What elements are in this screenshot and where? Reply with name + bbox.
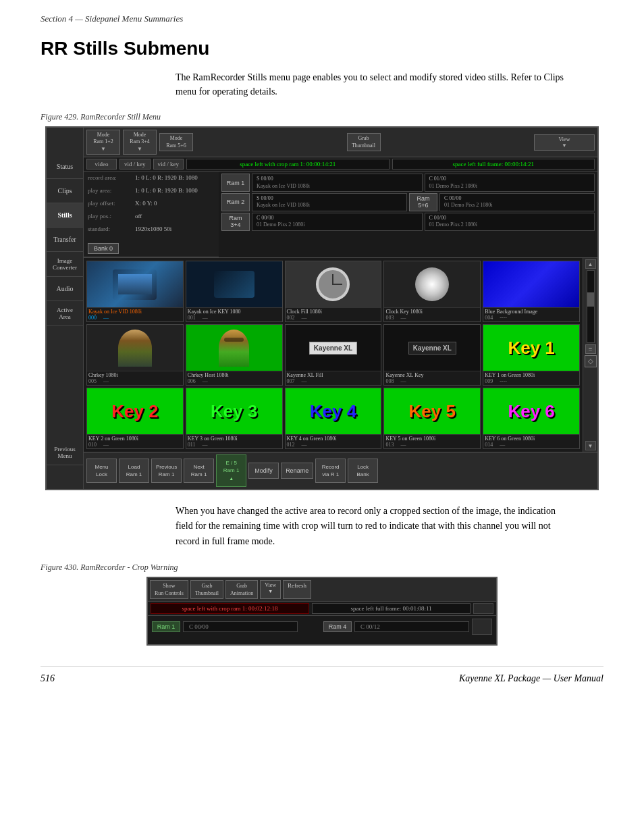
right-controls: ▲ ≡ ◇ ▼	[583, 258, 597, 452]
lock-bank-btn[interactable]: LockBank	[348, 459, 378, 483]
thumb-014[interactable]: Key 6 KEY 6 on Green 1080i 014 —	[483, 388, 580, 449]
bank0-btn[interactable]: Bank 0	[88, 243, 119, 254]
sidebar-item-clips[interactable]: Clips	[47, 179, 83, 203]
menu-lock-btn[interactable]: MenuLock	[86, 459, 117, 483]
section-header: Section 4 — Sidepanel Menu Summaries	[41, 14, 603, 24]
f2-grab-animation-btn[interactable]: GrabAnimation	[225, 580, 258, 599]
thumb-002[interactable]: Clock Fill 1080i 002 —	[285, 261, 382, 322]
thumb-000[interactable]: Kayak on Ice VID 1080i 000 —	[86, 261, 184, 322]
thumbnails-section: Kayak on Ice VID 1080i 000 — Kayak on Ic…	[84, 258, 583, 452]
next-ram1-btn[interactable]: NextRam 1	[184, 459, 214, 483]
f2-ram-row: Ram 1 C 00/00 Ram 4 C 00/12	[148, 616, 496, 637]
thumb-001[interactable]: Kayak on Ice KEY 1080 001 —	[186, 261, 283, 322]
figure2-caption: Figure 430. RamRecorder - Crop Warning	[41, 563, 603, 573]
ram-slots-panel: Ram 1 S 00/00Kayak on Ice VID 1080i C 01…	[219, 172, 597, 257]
bottom-toolbar: MenuLock LoadRam 1 PreviousRam 1 NextRam…	[84, 452, 597, 489]
ram1-btn[interactable]: Ram 1	[221, 174, 250, 192]
f2-status-normal: space left full frame: 00:01:08:11	[312, 603, 471, 614]
sidebar-item-audio[interactable]: Audio	[47, 277, 83, 301]
mode-ram56-btn[interactable]: ModeRam 5+6	[159, 133, 193, 151]
thumb-008[interactable]: Kayenne XL Kayenne XL Key 008 —	[383, 324, 481, 386]
thumb-009[interactable]: Key 1 KEY 1 on Green 1080i 009 ----	[483, 324, 580, 386]
f2-status-red: space left with crop ram 1: 00:02:12:18	[151, 603, 309, 614]
ram1-row: Ram 1 S 00/00Kayak on Ice VID 1080i C 01…	[221, 174, 595, 192]
ram34-slot-c1: C 00/0001 Demo Pixs 2 1080i	[252, 213, 423, 231]
thumb-013[interactable]: Key 5 KEY 5 on Green 1080i 013 —	[383, 388, 481, 449]
mode-ram12-btn[interactable]: ModeRam 1+2▼	[86, 130, 120, 155]
warning-text: When you have changed the active area to…	[176, 504, 567, 549]
ram1-slot-c: C 01/0001 Demo Pixs 2 1080i	[425, 174, 595, 192]
scroll-up-btn[interactable]: ▲	[585, 259, 596, 269]
video-btn[interactable]: video	[86, 159, 117, 170]
ram34-row: Ram 3+4 C 00/0001 Demo Pixs 2 1080i C 00…	[221, 213, 595, 231]
thumb-006[interactable]: Chrkey Host 1080i 006 —	[186, 324, 283, 386]
f2-ram1-slot: C 00/00	[183, 621, 298, 632]
thumb-003[interactable]: Clock Key 1080i 003 —	[383, 261, 481, 322]
vid-key-btn2[interactable]: vid / key	[153, 159, 184, 170]
ram2-btn[interactable]: Ram 2	[221, 193, 250, 211]
ram2-row: Ram 2 S 00/00Kayak on Ice VID 1080i Ram …	[221, 193, 595, 211]
status-info-full: space left full frame: 00:00:14:21	[392, 159, 595, 170]
main-content-area: ModeRam 1+2▼ ModeRam 3+4▼ ModeRam 5+6 Gr…	[84, 128, 597, 489]
f2-ram4-slot: C 00/12	[354, 621, 469, 632]
figure1-panel: Status Clips Stills Transfer ImageConver…	[45, 126, 599, 490]
modify-btn[interactable]: Modify	[248, 463, 279, 479]
info-ram-panel: record area: 1: 0 L: 0 R: 1920 B: 1080 p…	[84, 172, 597, 258]
scroll-down-btn[interactable]: ▼	[585, 441, 596, 450]
thumb-012[interactable]: Key 4 KEY 4 on Green 1080i 012 —	[285, 388, 382, 449]
thumb-010[interactable]: Key 2 KEY 2 on Green 1080i 010 —	[86, 388, 184, 449]
f2-show-run-controls-btn[interactable]: ShowRun Controls	[150, 580, 188, 599]
mode-ram34-btn[interactable]: ModeRam 3+4▼	[123, 130, 157, 155]
f2-toolbar: ShowRun Controls GrabThumbnail GrabAnima…	[148, 578, 496, 602]
ram1-slot-s: S 00/00Kayak on Ice VID 1080i	[252, 174, 423, 192]
info-play-pos: play pos.: off	[88, 213, 215, 219]
footer-brand: Kayenne XL Package — User Manual	[459, 673, 603, 684]
status-info-crop: space left with crop ram 1: 00:00:14:21	[186, 159, 390, 170]
scroll-thumb	[587, 292, 594, 307]
info-play-offset: play offset: X: 0 Y: 0	[88, 200, 215, 207]
page-title: RR Stills Submenu	[41, 38, 603, 59]
load-ram1-btn[interactable]: LoadRam 1	[119, 459, 149, 483]
thumbnails-wrapper: Kayak on Ice VID 1080i 000 — Kayak on Ic…	[84, 258, 597, 452]
sidebar-item-active-area[interactable]: ActiveArea	[47, 301, 83, 326]
f2-ram1-btn[interactable]: Ram 1	[152, 621, 180, 632]
f2-grab-thumbnail-btn[interactable]: GrabThumbnail	[190, 580, 223, 599]
f2-view-btn[interactable]: View▼	[260, 580, 281, 599]
info-record-area: record area: 1: 0 L: 0 R: 1920 B: 1080	[88, 174, 215, 181]
record-via-r1-btn[interactable]: Recordvia R 1	[315, 459, 346, 483]
scroll-track[interactable]	[587, 270, 595, 343]
page-number: 516	[41, 673, 55, 684]
ram34-btn[interactable]: Ram 3+4	[221, 213, 250, 231]
ram2-slot-s: S 00/00Kayak on Ice VID 1080i	[252, 193, 407, 211]
info-standard: standard: 1920x1080 50i	[88, 226, 215, 232]
eq-btn[interactable]: ≡	[585, 344, 596, 354]
description: The RamRecorder Stills menu page enables…	[176, 70, 567, 99]
diamond-btn[interactable]: ◇	[585, 355, 597, 367]
sidebar-item-image-converter[interactable]: ImageConverter	[47, 252, 83, 277]
grab-thumbnail-btn[interactable]: GrabThumbnail	[347, 133, 381, 151]
page-footer: 516 Kayenne XL Package — User Manual	[41, 666, 603, 684]
ram56-btn[interactable]: Ram 5+6	[409, 193, 437, 211]
prev-ram1-btn[interactable]: PreviousRam 1	[151, 459, 182, 483]
f2-refresh-btn[interactable]: Refresh	[283, 580, 311, 599]
left-sidebar: Status Clips Stills Transfer ImageConver…	[47, 128, 84, 489]
view-btn[interactable]: View▼	[534, 134, 595, 151]
thumb-005[interactable]: Chrkey 1080i 005 —	[86, 324, 184, 386]
e5-ram1-btn[interactable]: E / 5Ram 1▲	[216, 454, 246, 487]
info-play-area: play area: 1: 0 L: 0 R: 1920 B: 1080	[88, 187, 215, 194]
status-row: video vid / key vid / key space left wit…	[84, 157, 597, 172]
rename-btn[interactable]: Rename	[281, 463, 313, 479]
thumb-011[interactable]: Key 3 KEY 3 on Green 1080i 011 —	[186, 388, 283, 449]
thumb-004[interactable]: Blue Background Image 004 ----	[483, 261, 580, 322]
sidebar-item-stills[interactable]: Stills	[47, 203, 83, 228]
f2-ram4-btn[interactable]: Ram 4	[323, 621, 352, 632]
sidebar-item-transfer[interactable]: Transfer	[47, 228, 83, 252]
vid-key-btn1[interactable]: vid / key	[119, 159, 151, 170]
info-panel: record area: 1: 0 L: 0 R: 1920 B: 1080 p…	[84, 172, 219, 257]
thumb-grid: Kayak on Ice VID 1080i 000 — Kayak on Ic…	[86, 261, 580, 449]
sidebar-item-previous-menu[interactable]: PreviousMenu	[47, 440, 83, 465]
thumb-007[interactable]: Kayenne XL Kayenne XL Fill 007 —	[285, 324, 382, 386]
figure2-panel: ShowRun Controls GrabThumbnail GrabAnima…	[146, 577, 498, 646]
sidebar-item-status[interactable]: Status	[47, 155, 83, 179]
figure1-caption: Figure 429. RamRecorder Still Menu	[41, 112, 603, 122]
